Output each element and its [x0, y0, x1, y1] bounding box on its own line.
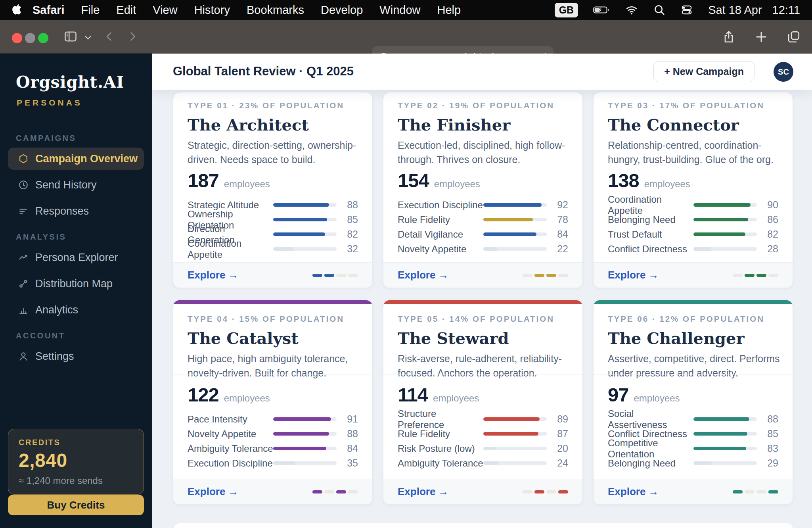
- metric-list: Social Assertiveness88Conflict Directnes…: [608, 412, 778, 470]
- new-campaign-button[interactable]: + New Campaign: [653, 61, 755, 82]
- metric-row: Competitive Orientation83: [608, 441, 778, 456]
- metric-row: Risk Posture (low)20: [398, 441, 568, 456]
- mini-bar-segment: [312, 274, 322, 277]
- sidebar-item-campaign-overview[interactable]: Campaign Overview: [8, 148, 144, 170]
- menu-item-safari[interactable]: Safari: [27, 4, 73, 17]
- metric-list: Pace Intensity91Novelty Appetite88Ambigu…: [188, 412, 358, 470]
- metric-list: Strategic Altitude88Ownership Orientatio…: [188, 198, 358, 256]
- persona-type-label: TYPE 04 · 15% OF POPULATION: [188, 314, 358, 324]
- mini-bar-segment: [534, 490, 544, 493]
- credits-label: CREDITS: [19, 438, 133, 447]
- close-window-button[interactable]: [12, 33, 22, 43]
- metric-bar-track: [273, 232, 337, 236]
- menu-item-history[interactable]: History: [186, 4, 238, 17]
- wifi-icon[interactable]: [625, 4, 638, 16]
- explore-link[interactable]: Explore →: [398, 486, 449, 498]
- metric-value: 88: [337, 428, 358, 440]
- persona-type-label: TYPE 02 · 19% OF POPULATION: [398, 101, 568, 110]
- employee-count-unit: employees: [433, 393, 479, 404]
- metric-bar-fill: [273, 417, 331, 421]
- metric-bar-track: [693, 218, 757, 221]
- metric-bar-fill: [693, 203, 751, 207]
- explore-link[interactable]: Explore →: [398, 269, 449, 281]
- battery-icon[interactable]: [593, 4, 610, 16]
- user-avatar[interactable]: SC: [774, 62, 793, 82]
- metric-list: Coordination Appetite90Belonging Need86T…: [608, 198, 778, 256]
- sidebar-item-persona-explorer[interactable]: Persona Explorer: [8, 246, 144, 269]
- metric-value: 22: [547, 243, 568, 255]
- metric-bar-fill: [693, 417, 749, 421]
- metric-bar-fill: [693, 432, 747, 436]
- sidebar-toggle-icon[interactable]: [63, 29, 78, 44]
- metric-bar-track: [273, 432, 337, 436]
- metric-list: Structure Preference89Rule Fidelity87Ris…: [398, 412, 568, 470]
- minimize-window-button[interactable]: [25, 33, 35, 43]
- hexagon-icon: [18, 154, 29, 164]
- metric-label: Ambiguity Tolerance: [188, 443, 273, 454]
- metric-row: Conflict Directness28: [608, 242, 778, 256]
- metric-value: 82: [757, 228, 778, 240]
- card-header: TYPE 03 · 17% OF POPULATIONThe Connector…: [594, 92, 793, 160]
- tab-overview-icon[interactable]: [787, 30, 801, 44]
- sidebar-chevron-icon[interactable]: [84, 35, 92, 40]
- input-source-badge[interactable]: GB: [555, 3, 578, 17]
- employee-count-unit: employees: [224, 393, 270, 404]
- metric-label: Execution Discipline: [398, 200, 483, 211]
- sidebar-item-send-history[interactable]: Send History: [8, 174, 144, 196]
- sidebar-item-label: Responses: [35, 205, 89, 217]
- metric-row: Detail Vigilance84: [398, 227, 568, 242]
- card-footer: Explore →: [383, 479, 582, 504]
- menu-item-file[interactable]: File: [73, 4, 108, 17]
- mini-distribution-bars: [733, 274, 778, 277]
- metric-row: Social Assertiveness88: [608, 412, 778, 426]
- mini-bar-segment: [546, 274, 556, 277]
- metric-label: Risk Posture (low): [398, 443, 483, 454]
- metric-bar-fill: [483, 247, 497, 251]
- mini-bar-segment: [336, 490, 346, 493]
- menu-clock[interactable]: Sat 18 Apr 12:11: [708, 4, 800, 17]
- card-footer: Explore →: [594, 262, 793, 288]
- zoom-window-button[interactable]: [38, 33, 48, 43]
- card-header: TYPE 02 · 19% OF POPULATIONThe FinisherE…: [383, 92, 582, 160]
- menu-item-develop[interactable]: Develop: [312, 4, 371, 17]
- metric-row: Trust Default82: [608, 227, 778, 242]
- menu-item-bookmarks[interactable]: Bookmarks: [238, 4, 312, 17]
- metric-value: 92: [547, 199, 568, 211]
- forward-button-icon[interactable]: [127, 31, 138, 42]
- new-tab-icon[interactable]: [754, 30, 768, 44]
- persona-card-the-connector: TYPE 03 · 17% OF POPULATIONThe Connector…: [593, 92, 793, 288]
- metric-row: Belonging Need29: [608, 456, 778, 470]
- metric-bar-track: [693, 447, 757, 450]
- menu-item-view[interactable]: View: [144, 4, 186, 17]
- mini-bar-segment: [348, 490, 358, 493]
- menu-items: SafariFileEditViewHistoryBookmarksDevelo…: [27, 4, 469, 17]
- menu-item-edit[interactable]: Edit: [108, 4, 144, 17]
- sidebar-item-analytics[interactable]: Analytics: [8, 299, 144, 321]
- share-icon[interactable]: [722, 30, 736, 44]
- metric-value: 88: [337, 199, 358, 211]
- metric-value: 87: [547, 428, 568, 440]
- spotlight-search-icon[interactable]: [653, 4, 665, 16]
- sidebar-item-distribution-map[interactable]: Distribution Map: [8, 273, 144, 295]
- metric-bar-track: [483, 461, 547, 465]
- control-center-icon[interactable]: [680, 4, 693, 16]
- back-button-icon[interactable]: [104, 31, 115, 42]
- mini-bar-segment: [312, 490, 322, 493]
- menu-item-help[interactable]: Help: [429, 4, 469, 17]
- metric-label: Social Assertiveness: [608, 408, 693, 430]
- sidebar-item-settings[interactable]: Settings: [8, 345, 144, 367]
- metric-bar-fill: [273, 232, 325, 236]
- menu-item-window[interactable]: Window: [371, 4, 429, 17]
- next-row-partial-panel: [173, 523, 794, 528]
- safari-toolbar: personas.orgsight.ai: [0, 20, 812, 54]
- explore-link[interactable]: Explore →: [608, 269, 659, 281]
- metric-bar-track: [483, 432, 547, 436]
- explore-link[interactable]: Explore →: [188, 269, 239, 281]
- buy-credits-button[interactable]: Buy Credits: [8, 495, 144, 515]
- sidebar-item-responses[interactable]: Responses: [8, 200, 144, 222]
- persona-card-the-architect: TYPE 01 · 23% OF POPULATIONThe Architect…: [173, 92, 373, 288]
- apple-logo-icon[interactable]: [12, 4, 22, 16]
- explore-link[interactable]: Explore →: [608, 486, 659, 498]
- metric-label: Pace Intensity: [188, 414, 273, 425]
- explore-link[interactable]: Explore →: [188, 486, 239, 498]
